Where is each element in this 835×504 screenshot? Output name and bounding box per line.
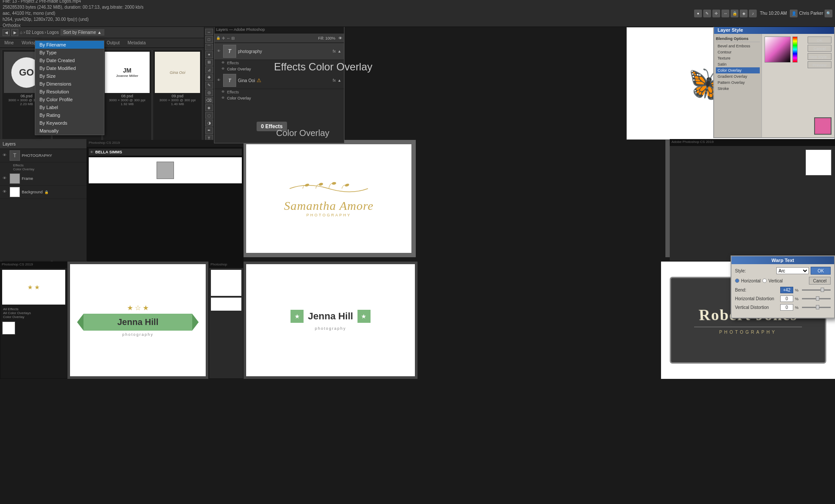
pattern-overlay-item[interactable]: Pattern Overlay xyxy=(716,80,760,86)
forward-btn[interactable]: ▶ xyxy=(11,29,18,36)
sort-option-size[interactable]: By Size xyxy=(35,72,104,80)
brush-icon[interactable]: ✎ xyxy=(703,10,711,17)
texture-item[interactable]: Texture xyxy=(716,55,760,61)
ok-button[interactable]: OK xyxy=(808,36,832,43)
bend-slider-handle[interactable] xyxy=(821,288,824,292)
color-swatch[interactable] xyxy=(814,117,832,135)
speaker-icon[interactable]: ♪ xyxy=(749,10,757,17)
eye-icon[interactable]: 👁 xyxy=(3,153,8,158)
tool-erase[interactable]: ⌫ xyxy=(205,97,213,103)
eye-icon[interactable]: 👁 xyxy=(90,150,94,154)
sort-option-date-modified[interactable]: By Date Modified xyxy=(35,64,104,72)
tool-dodge[interactable]: ◑ xyxy=(205,119,213,126)
bend-value[interactable]: +42 xyxy=(780,287,793,293)
tool-blur[interactable]: ◌ xyxy=(205,112,213,119)
tool-heal[interactable]: ✚ xyxy=(205,74,213,81)
visibility-icon[interactable]: 👁 xyxy=(338,36,342,40)
small-canvas-2 xyxy=(211,270,241,296)
gradient-overlay-item[interactable]: Gradient Overlay xyxy=(716,73,760,80)
fx-eye-icon[interactable]: 👁 xyxy=(221,67,226,71)
tool-pen[interactable]: ✒ xyxy=(205,127,213,134)
vertical-label: Vertical xyxy=(768,279,783,283)
v-distortion-handle[interactable] xyxy=(816,305,819,309)
ps-layer-photography[interactable]: 👁 T photography fx ▲ xyxy=(214,43,344,60)
sort-option-type[interactable]: By Type xyxy=(35,49,104,56)
layer-row-bg[interactable]: 👁 Background 🔒 xyxy=(0,186,87,199)
h-distortion-slider[interactable] xyxy=(802,298,831,299)
select-icon[interactable]: ✛ xyxy=(712,10,720,17)
h-distortion-handle[interactable] xyxy=(816,296,819,301)
fx-eye-icon[interactable]: 👁 xyxy=(221,96,226,100)
breadcrumb-logos[interactable]: 02 Logos xyxy=(26,30,43,35)
layer-name: PHOTOGRAPHY xyxy=(22,153,52,158)
warp-cancel-button[interactable]: Cancel xyxy=(809,277,831,285)
clock: Thu 10:20 AM xyxy=(760,11,787,16)
horizontal-radio[interactable] xyxy=(735,279,739,283)
sort-option-keywords[interactable]: By Keywords xyxy=(35,119,104,127)
satin-item[interactable]: Satin xyxy=(716,61,760,67)
color-overlay-item[interactable]: Color Overlay xyxy=(716,67,760,73)
tool-eyedropper[interactable]: ⊿ xyxy=(205,66,213,73)
move-icon[interactable]: ↔ xyxy=(721,10,729,17)
preview-button[interactable]: Preview xyxy=(808,61,832,68)
samantha-canvas: Samantha Amore PHOTOGRAPHY xyxy=(246,144,411,253)
eye-icon[interactable]: 👁 xyxy=(217,49,221,53)
v-distortion-slider[interactable] xyxy=(802,307,831,308)
samantha-name: Samantha Amore xyxy=(284,199,374,213)
eye-icon[interactable]: 👁 xyxy=(3,176,8,181)
cancel-button[interactable]: Cancel xyxy=(808,45,832,52)
sort-button[interactable]: Sort by Filename ▲ xyxy=(60,29,104,36)
sort-option-filename[interactable]: By Filename xyxy=(35,41,104,49)
hue-bar[interactable] xyxy=(792,36,798,63)
sort-option-manually[interactable]: Manually xyxy=(35,127,104,135)
layer-row-photography[interactable]: 👁 T PHOTOGRAPHY xyxy=(0,149,87,162)
sort-option-label[interactable]: By Label xyxy=(35,103,104,111)
breadcrumb-logos2[interactable]: Logos xyxy=(47,30,59,35)
layer-thumb-photography: T xyxy=(10,150,20,161)
tool-move[interactable]: ↔ xyxy=(205,29,213,35)
color-gradient[interactable] xyxy=(765,36,791,63)
ps-layer-gina[interactable]: 👁 T Gina Ooi ⚠ fx ▲ xyxy=(214,72,344,89)
tab-mine[interactable]: Mine xyxy=(2,40,17,46)
vertical-radio[interactable] xyxy=(762,279,767,283)
tool-clone[interactable]: ◎ xyxy=(205,90,213,96)
eye-icon[interactable]: 👁 xyxy=(217,78,221,83)
tool-crop[interactable]: ⊞ xyxy=(205,59,213,66)
new-style-button[interactable]: New Style... xyxy=(808,53,832,60)
layer-row-frame[interactable]: 👁 Frame xyxy=(0,172,87,186)
layer-name-gina: Gina Ooi xyxy=(238,78,255,83)
back-btn[interactable]: ◀ xyxy=(3,29,10,36)
tool-fill[interactable]: ◈ xyxy=(205,104,213,111)
sort-option-date-created[interactable]: By Date Created xyxy=(35,56,104,64)
bend-slider[interactable] xyxy=(802,289,831,291)
sort-option-rating[interactable]: By Rating xyxy=(35,111,104,119)
style-select[interactable]: Arc Arc Lower Arc Upper Arch Bulge Shell… xyxy=(776,267,809,274)
lock-icon[interactable]: 🔒 xyxy=(731,10,738,17)
bella-layer[interactable]: 👁 BELLA SIMMS xyxy=(89,149,242,156)
tool-brush[interactable]: ✎ xyxy=(205,82,213,88)
stroke-item[interactable]: Stroke xyxy=(716,86,760,92)
tab-output[interactable]: Output xyxy=(104,40,122,46)
breadcrumb-home[interactable]: ⌂ xyxy=(20,30,23,35)
fx-eye-icon[interactable]: 👁 xyxy=(221,90,226,94)
chevron-icon[interactable]: ▲ xyxy=(337,49,341,53)
fx-color-overlay-label: Color Overlay xyxy=(227,67,251,71)
fb-toolbar: ◀ ▶ ⌂ › 02 Logos › Logos Sort by Filenam… xyxy=(0,27,204,38)
contour-item[interactable]: Contour xyxy=(716,49,760,55)
tool-magic-wand[interactable]: ✦ xyxy=(205,51,213,58)
sort-option-dimensions[interactable]: By Dimensions xyxy=(35,80,104,88)
sort-option-resolution[interactable]: By Resolution xyxy=(35,88,104,96)
tab-metadata[interactable]: Metadata xyxy=(125,40,148,46)
v-distortion-value[interactable]: 0 xyxy=(780,304,793,311)
sort-option-color-profile[interactable]: By Color Profile xyxy=(35,96,104,103)
warp-ok-button[interactable]: OK xyxy=(811,267,831,275)
eye-icon[interactable]: 👁 xyxy=(3,189,8,195)
h-distortion-value[interactable]: 0 xyxy=(780,295,793,302)
chevron-icon[interactable]: ▲ xyxy=(337,78,341,83)
fx-eye-icon[interactable]: 👁 xyxy=(221,61,226,65)
bevel-emboss-item[interactable]: Bevel and Emboss xyxy=(716,43,760,49)
search-icon[interactable]: 🔍 xyxy=(825,10,832,17)
color-icon[interactable]: ● xyxy=(694,10,702,17)
tool-select[interactable]: □ xyxy=(205,36,213,43)
tool-lasso[interactable]: ⌒ xyxy=(205,44,213,50)
